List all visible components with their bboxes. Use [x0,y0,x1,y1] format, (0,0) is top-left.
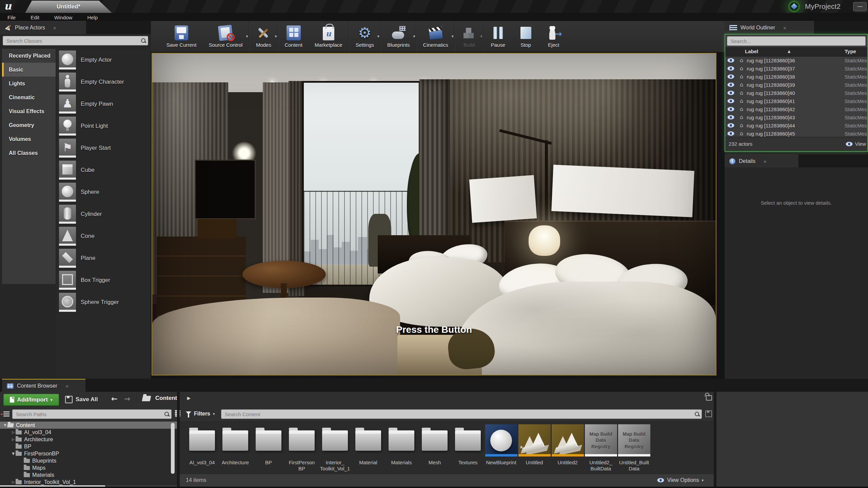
minimize-button[interactable]: — [853,2,867,11]
actor-category[interactable]: Visual Effects [2,104,56,118]
place-actor-item[interactable]: Player Start [56,137,150,159]
place-actor-item[interactable]: Plane [56,247,150,269]
place-actor-item[interactable]: Empty Character [56,71,150,93]
panel-divider[interactable] [177,392,180,488]
dropdown-caret-icon[interactable]: ▾ [452,34,454,39]
actor-category[interactable]: Geometry [2,118,56,132]
visibility-eye-icon[interactable] [727,99,734,103]
toolbar-button[interactable]: Marketplace ▾ [309,21,349,52]
asset-tile[interactable]: Map Build Data Registry * Untitled_Built… [618,424,650,474]
back-arrow-button[interactable]: ← [111,394,117,403]
asset-tile[interactable]: * FirstPerson BP [285,424,318,474]
dropdown-caret-icon[interactable]: ▾ [480,34,482,39]
tree-folder-row[interactable]: BP [0,443,177,450]
toolbar-button[interactable]: Pause ▾ [484,21,512,52]
search-content-input[interactable] [221,409,702,419]
asset-tile[interactable]: * NewBlueprint [485,424,517,474]
tab-place-actors[interactable]: Place Actors × [0,21,86,34]
toolbar-button[interactable]: Cinematics ▾ [417,21,455,52]
place-actor-item[interactable]: Box Trigger [56,269,150,291]
asset-tile[interactable]: * AI_vol3_04 [186,424,218,474]
tab-details[interactable]: i Details × [725,155,798,168]
tree-folder-row[interactable]: AI_vol3_04 [0,429,177,436]
place-actor-item[interactable]: Point Light [56,115,150,137]
toolbar-button[interactable]: Source Control ▾ [202,21,249,52]
close-icon[interactable]: × [783,25,786,31]
outliner-row[interactable]: rug rug [11283860]36 StaticMes [725,56,867,64]
menu-item[interactable]: Window [47,15,80,20]
visibility-eye-icon[interactable] [727,82,734,87]
visibility-eye-icon[interactable] [727,58,734,63]
visibility-eye-icon[interactable] [727,131,734,136]
filters-button[interactable]: Filters [194,411,210,417]
menu-item[interactable]: File [0,15,23,20]
tree-folder-row[interactable]: Interior_Toolkit_Vol_1 [0,479,177,486]
toolbar-button[interactable]: Stop ▾ [512,21,540,52]
tree-folder-row[interactable]: Content [0,422,177,429]
visibility-eye-icon[interactable] [727,74,734,79]
actor-category[interactable]: All Classes [2,146,56,160]
outliner-row[interactable]: rug rug [11283860]44 StaticMes [725,121,867,129]
tree-vertical-scrollbar[interactable] [171,423,175,474]
expander-arrow-icon[interactable] [11,430,16,434]
visibility-eye-icon[interactable] [727,115,734,120]
toolbar-button[interactable]: Blueprints ▾ [381,21,416,52]
dropdown-caret-icon[interactable]: ▾ [275,34,277,39]
asset-tile[interactable]: * BP [252,424,285,474]
place-actor-item[interactable]: Sphere [56,181,150,203]
actor-category[interactable]: Basic [2,63,56,77]
outliner-column-header[interactable]: Label ▲ Type [725,47,867,57]
actor-category[interactable]: Cinematic [2,90,56,104]
asset-tile[interactable]: * Untitled [518,424,551,474]
asset-tile[interactable]: * Material [352,424,384,474]
asset-tile[interactable]: Map Build Data Registry * Untitled2_ Bui… [585,424,617,474]
viewport[interactable]: Press the Button [152,53,716,375]
outliner-row[interactable]: rug rug [11283860]45 StaticMes [725,129,867,137]
menu-item[interactable]: Edit [23,15,47,20]
toolbar-button[interactable]: Settings ▾ [350,21,380,52]
outliner-search-input[interactable] [727,36,866,46]
expander-arrow-icon[interactable] [3,423,7,427]
lock-icon[interactable] [706,395,712,401]
asset-tile[interactable]: * Materials [385,424,418,474]
actor-category[interactable]: Volumes [2,132,56,146]
toolbar-button[interactable]: Content ▾ [278,21,309,52]
tree-folder-row[interactable]: Maps [0,464,177,471]
tree-folder-row[interactable]: FirstPersonBP [0,450,177,457]
close-icon[interactable]: × [53,25,56,31]
outliner-row[interactable]: rug rug [11283860]41 StaticMes [725,97,867,105]
outliner-row[interactable]: rug rug [11283860]42 StaticMes [725,105,867,113]
place-actor-item[interactable]: Sphere Trigger [56,291,150,313]
toolbar-button[interactable]: Eject ▾ [540,21,568,52]
outliner-row[interactable]: rug rug [11283860]40 StaticMes [725,89,867,97]
title-bar[interactable]: u Untitled* MyProject2 — [0,0,868,13]
asset-tile[interactable]: * Interior_ Toolkit_Vol_1 [319,424,351,474]
forward-arrow-button[interactable]: → [124,394,130,403]
expander-arrow-icon[interactable] [11,480,16,484]
asset-tile[interactable]: * Untitled2 [551,424,584,474]
close-icon[interactable]: × [764,159,767,164]
level-tab[interactable]: Untitled* [25,1,112,13]
toolbar-button[interactable]: Modes ▾ [250,21,278,52]
outliner-row[interactable]: rug rug [11283860]38 StaticMes [725,73,867,81]
tree-folder-row[interactable]: Architecture [0,436,177,443]
add-import-button[interactable]: Add/Import ▾ [3,394,59,406]
close-icon[interactable]: × [65,383,68,389]
save-all-button[interactable]: Save All [65,394,98,405]
place-actor-item[interactable]: Cone [56,225,150,247]
tree-folder-row[interactable]: Materials [0,471,177,479]
place-actor-item[interactable]: Empty Pawn [56,93,150,115]
expander-arrow-icon[interactable] [11,452,16,455]
save-search-icon[interactable] [705,410,712,417]
expander-arrow-icon[interactable] [11,438,16,441]
toolbar-button[interactable]: Build ▾ [455,21,484,52]
outliner-row[interactable]: rug rug [11283860]39 StaticMes [725,81,867,89]
place-actor-item[interactable]: Cylinder [56,203,150,225]
tab-content-browser[interactable]: Content Browser × [2,379,85,392]
search-classes-input[interactable] [3,36,148,45]
filters-funnel-icon[interactable] [186,411,191,414]
panel-divider[interactable] [714,392,716,488]
actor-category[interactable]: Lights [2,77,56,90]
dropdown-caret-icon[interactable]: ▾ [246,34,248,39]
asset-tile[interactable]: * Architecture [219,424,252,474]
